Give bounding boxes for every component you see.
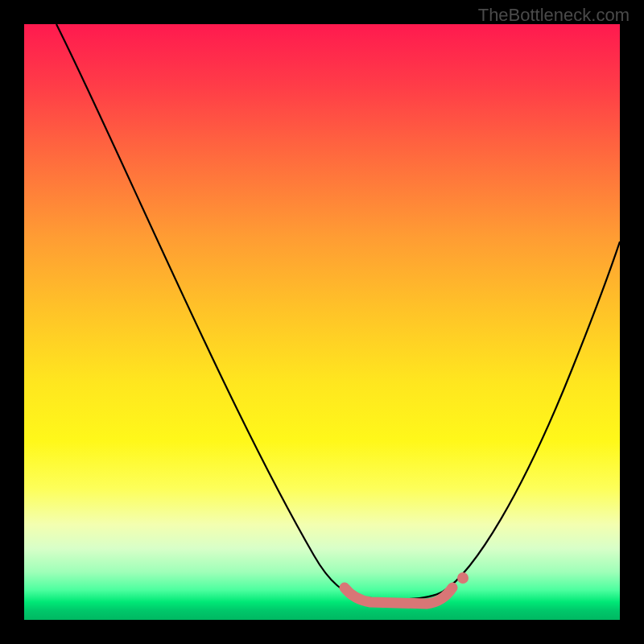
plot-area — [24, 24, 620, 620]
bottleneck-curve — [56, 24, 620, 599]
optimal-zone-end-dot — [457, 572, 469, 584]
curve-svg — [24, 24, 620, 620]
optimal-zone-marker — [345, 588, 452, 604]
watermark-text: TheBottleneck.com — [478, 5, 630, 26]
